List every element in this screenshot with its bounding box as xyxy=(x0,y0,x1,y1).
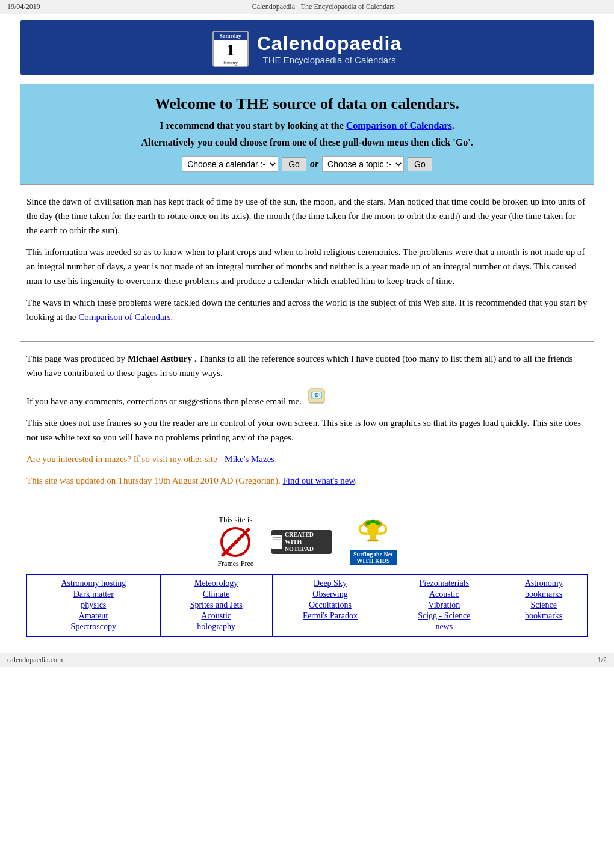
svg-rect-4 xyxy=(370,535,376,539)
link-item[interactable]: Deep Sky xyxy=(279,579,382,588)
topic-go-button[interactable]: Go xyxy=(408,157,432,171)
author-start: This page was produced by xyxy=(26,354,125,363)
calendar-go-button[interactable]: Go xyxy=(282,157,306,171)
link-item[interactable]: Occultations xyxy=(279,600,382,610)
topic-select[interactable]: Choose a topic :- xyxy=(322,156,404,172)
col3: Deep SkyObservingOccultationsFermi's Par… xyxy=(272,575,388,637)
para3-end: . xyxy=(171,312,173,322)
col1: Astronomy hostingDark matterphysicsAmate… xyxy=(27,575,161,637)
link-item[interactable]: Astronomy hosting xyxy=(33,579,154,588)
link-item[interactable]: news xyxy=(394,622,494,632)
link-item[interactable]: physics xyxy=(33,600,154,610)
link-item[interactable]: Piezomaterials xyxy=(394,579,494,588)
badges-section: This site is ⊘ Frames Free CREATED W xyxy=(20,505,594,647)
browser-date: 19/04/2019 xyxy=(7,2,40,11)
updated-para: This site was updated on Thursday 19th A… xyxy=(26,473,588,488)
cal-bottom: January xyxy=(214,60,247,66)
para2: This information was needed so as to kno… xyxy=(26,245,588,288)
link-item[interactable]: holography xyxy=(167,622,266,632)
mazes-link[interactable]: Mike's Mazes xyxy=(225,454,274,464)
link-item[interactable]: bookmarks xyxy=(506,611,581,621)
updated-link[interactable]: Find out what's new xyxy=(283,476,355,485)
surfing-line2: WITH KIDS xyxy=(353,558,393,564)
link-item[interactable]: Meteorology xyxy=(167,579,266,588)
form-row: Choose a calendar :- Go or Choose a topi… xyxy=(33,156,581,172)
link-item[interactable]: Observing xyxy=(279,589,382,599)
frames-free-badge: This site is ⊘ Frames Free xyxy=(217,515,253,568)
updated-end: . xyxy=(355,476,357,485)
site-name: Calendopaedia xyxy=(257,32,402,55)
site-tagline: THE Encyclopaedia of Calendars xyxy=(257,55,402,65)
surfing-badge: Surfing the Net WITH KIDS xyxy=(350,519,397,565)
link-item[interactable]: bookmarks xyxy=(506,589,581,599)
calendar-icon: Saturday 1 January xyxy=(212,31,249,67)
para1: Since the dawn of civilisation man has k… xyxy=(26,194,588,238)
link-item[interactable]: Science xyxy=(506,600,581,610)
link-item[interactable]: Climate xyxy=(167,589,266,599)
para3: The ways in which these problems were ta… xyxy=(26,295,588,324)
mazes-text: Are you interested in mazes? If so visit… xyxy=(26,454,222,464)
notepad-icon xyxy=(271,535,282,549)
author-para: This page was produced by Michael Astbur… xyxy=(26,351,588,380)
content-section-1: Since the dawn of civilisation man has k… xyxy=(20,184,594,341)
col5: AstronomybookmarksSciencebookmarks xyxy=(500,575,588,637)
frames-free-icon: ⊘ xyxy=(220,527,250,557)
table-row: Astronomy hostingDark matterphysicsAmate… xyxy=(27,575,588,637)
svg-rect-3 xyxy=(368,523,379,535)
updated-text: This site was updated on Thursday 19th A… xyxy=(26,476,281,485)
cal-day: 1 xyxy=(214,40,247,60)
link-item[interactable]: Acoustic xyxy=(167,611,266,621)
bottom-url: calendopaedia.com xyxy=(7,656,63,665)
link-item[interactable]: Astronomy xyxy=(506,579,581,588)
bottom-page: 1/2 xyxy=(598,656,607,665)
site-title-text: Calendopaedia THE Encyclopaedia of Calen… xyxy=(257,32,402,65)
email-link-text: email me. xyxy=(266,396,302,406)
svg-rect-5 xyxy=(368,539,379,541)
comparison-link[interactable]: Comparison of Calendars xyxy=(346,120,452,131)
alt-text: Alternatively you could choose from one … xyxy=(33,137,581,148)
recommend-text: I recommend that you start by looking at… xyxy=(160,120,343,131)
welcome-section: Welcome to THE source of data on calenda… xyxy=(20,84,594,184)
link-item[interactable]: Spectroscopy xyxy=(33,622,154,632)
header-box: Saturday 1 January Calendopaedia THE Enc… xyxy=(20,20,594,75)
browser-bar: 19/04/2019 Calendopaedia - The Encyclopa… xyxy=(0,0,614,14)
email-icon: 📧 xyxy=(308,387,326,408)
comparison-link-2[interactable]: Comparison of Calendars xyxy=(78,312,170,322)
surfing-label: Surfing the Net WITH KIDS xyxy=(350,550,397,565)
surfing-line1: Surfing the Net xyxy=(353,551,393,558)
browser-title: Calendopaedia - The Encyclopaedia of Cal… xyxy=(252,2,395,11)
author-section: This page was produced by Michael Astbur… xyxy=(20,341,594,505)
mazes-para: Are you interested in mazes? If so visit… xyxy=(26,452,588,466)
page-wrapper: Saturday 1 January Calendopaedia THE Enc… xyxy=(12,14,602,653)
notepad-line1: CREATED WITH xyxy=(285,531,332,546)
welcome-heading: Welcome to THE source of data on calenda… xyxy=(33,95,581,113)
frames-free-sub: Frames Free xyxy=(217,559,253,568)
frames-free-label: This site is xyxy=(219,515,252,525)
frames-para: This site does not use frames so you the… xyxy=(26,416,588,445)
notepad-badge: CREATED WITH NOTEPAD xyxy=(271,530,332,554)
or-label: or xyxy=(310,159,318,170)
link-item[interactable]: Sprites and Jets xyxy=(167,600,266,610)
link-item[interactable]: Fermi's Paradox xyxy=(279,611,382,621)
email-para: If you have any comments, corrections or… xyxy=(26,387,588,408)
link-item[interactable]: Amateur xyxy=(33,611,154,621)
cal-top: Saturday xyxy=(214,32,247,40)
author-name: Michael Astbury xyxy=(128,354,192,363)
header-inner: Saturday 1 January Calendopaedia THE Enc… xyxy=(28,31,586,67)
link-item[interactable]: Vibration xyxy=(394,600,494,610)
svg-text:📧: 📧 xyxy=(311,389,323,401)
mazes-end: . xyxy=(274,454,277,464)
frames-free-icon-text: ⊘ xyxy=(233,539,238,546)
col4: PiezomaterialsAcousticVibrationScigg - S… xyxy=(388,575,500,637)
notepad-line2: NOTEPAD xyxy=(285,546,332,553)
bottom-bar: calendopaedia.com 1/2 xyxy=(0,653,614,667)
link-table: Astronomy hostingDark matterphysicsAmate… xyxy=(26,574,588,637)
calendar-select[interactable]: Choose a calendar :- xyxy=(182,156,278,172)
notepad-text: CREATED WITH NOTEPAD xyxy=(285,531,332,553)
link-item[interactable]: Scigg - Science xyxy=(394,611,494,621)
recommend-para: I recommend that you start by looking at… xyxy=(33,120,581,131)
link-item[interactable]: Acoustic xyxy=(394,589,494,599)
notepad-img: CREATED WITH NOTEPAD xyxy=(271,530,332,554)
svg-point-8 xyxy=(371,519,375,522)
link-item[interactable]: Dark matter xyxy=(33,589,154,599)
